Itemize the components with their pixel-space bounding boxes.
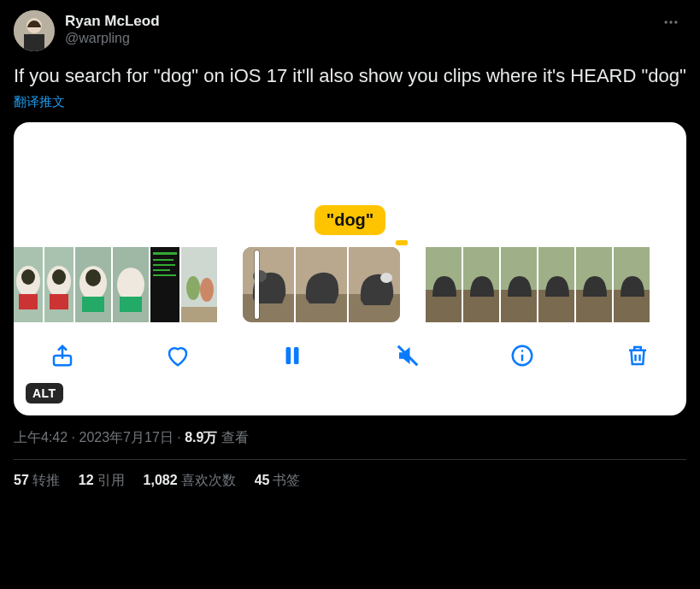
media-controls (14, 322, 686, 370)
tweet-header: Ryan McLeod @warpling (14, 10, 686, 51)
thumb[interactable] (75, 247, 111, 322)
avatar[interactable] (14, 10, 55, 51)
thumb[interactable] (576, 247, 612, 322)
search-term-tag: "dog" (315, 205, 386, 235)
thumb[interactable] (426, 247, 462, 322)
media-card[interactable]: "dog" (14, 122, 686, 415)
svg-point-16 (85, 269, 101, 286)
svg-point-57 (521, 350, 524, 352)
tweet-time: 上午4:42 (14, 430, 68, 445)
translate-link[interactable]: 翻译推文 (14, 94, 65, 110)
bookmarks-stat[interactable]: 45书签 (255, 472, 301, 490)
pause-icon[interactable] (278, 341, 307, 370)
svg-rect-9 (19, 294, 38, 309)
views-count: 8.9万 (185, 430, 217, 445)
svg-rect-21 (150, 247, 179, 322)
svg-point-38 (380, 273, 392, 283)
trash-icon[interactable] (623, 341, 652, 370)
svg-rect-26 (153, 274, 176, 276)
alt-badge[interactable]: ALT (26, 383, 63, 403)
svg-rect-23 (153, 259, 174, 261)
share-icon[interactable] (48, 341, 77, 370)
svg-rect-25 (153, 269, 170, 271)
svg-point-4 (669, 21, 672, 23)
author-block[interactable]: Ryan McLeod @warpling (65, 10, 645, 47)
svg-rect-2 (24, 34, 44, 51)
tweet-stats: 57转推 12引用 1,082喜欢次数 45书签 (14, 460, 686, 490)
svg-rect-53 (294, 347, 299, 364)
svg-rect-17 (82, 297, 104, 312)
thumb[interactable] (181, 247, 217, 322)
quotes-stat[interactable]: 12引用 (79, 472, 125, 490)
clip-group-center[interactable] (243, 247, 400, 322)
thumb[interactable] (296, 247, 347, 322)
svg-rect-30 (181, 307, 217, 322)
more-button[interactable] (656, 10, 686, 38)
svg-rect-24 (153, 264, 175, 266)
retweets-stat[interactable]: 57转推 (14, 472, 60, 490)
svg-point-29 (200, 278, 214, 302)
info-icon[interactable] (508, 341, 537, 370)
playhead-marker (396, 240, 408, 245)
svg-point-28 (186, 276, 200, 300)
thumb[interactable] (14, 247, 43, 322)
svg-rect-52 (286, 347, 291, 364)
heart-icon[interactable] (163, 341, 192, 370)
handle: @warpling (65, 30, 645, 47)
likes-stat[interactable]: 1,082喜欢次数 (144, 472, 236, 490)
display-name: Ryan McLeod (65, 12, 645, 30)
svg-rect-20 (120, 297, 142, 312)
mute-icon[interactable] (393, 341, 422, 370)
thumb[interactable] (113, 247, 149, 322)
thumb[interactable] (501, 247, 537, 322)
svg-point-3 (665, 21, 668, 23)
thumb[interactable] (349, 247, 400, 322)
svg-point-12 (52, 269, 66, 285)
views-label: 查看 (221, 430, 249, 445)
thumb[interactable] (614, 247, 650, 322)
thumb[interactable] (463, 247, 499, 322)
video-timeline[interactable] (14, 247, 686, 322)
clip-group-left[interactable] (14, 247, 217, 322)
svg-rect-13 (50, 294, 68, 309)
thumb[interactable] (243, 247, 294, 322)
svg-rect-22 (153, 252, 177, 255)
clip-group-right[interactable] (426, 247, 650, 322)
svg-point-5 (674, 21, 677, 23)
tweet-date: 2023年7月17日 (79, 430, 173, 445)
svg-point-8 (21, 269, 35, 285)
tweet-text: If you search for "dog" on iOS 17 it'll … (14, 63, 686, 89)
tweet-container: Ryan McLeod @warpling If you search for … (0, 0, 700, 500)
thumb[interactable] (538, 247, 574, 322)
playhead[interactable] (255, 250, 259, 319)
thumb[interactable] (44, 247, 74, 322)
thumb[interactable] (150, 247, 179, 322)
tweet-meta[interactable]: 上午4:42 · 2023年7月17日 · 8.9万 查看 (14, 429, 686, 447)
